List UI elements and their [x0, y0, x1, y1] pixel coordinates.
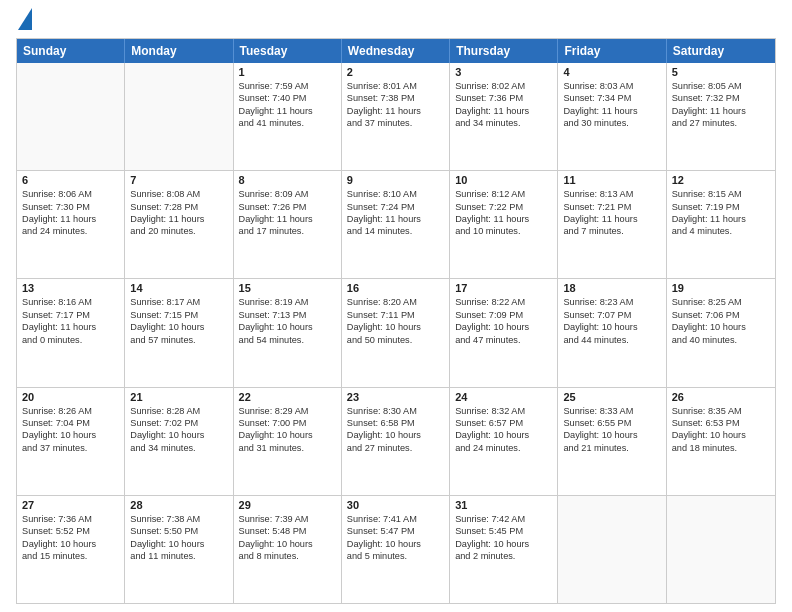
calendar-cell: [667, 496, 775, 603]
cell-info-line: Sunrise: 8:17 AM: [130, 296, 227, 308]
cell-info-line: Daylight: 11 hours: [455, 105, 552, 117]
logo: [16, 12, 32, 30]
cell-info-line: and 24 minutes.: [22, 225, 119, 237]
cell-info-line: Daylight: 10 hours: [130, 429, 227, 441]
cell-info-line: Sunset: 7:15 PM: [130, 309, 227, 321]
page-header: [16, 12, 776, 30]
cell-info-line: Sunset: 6:53 PM: [672, 417, 770, 429]
day-number: 14: [130, 282, 227, 294]
day-number: 17: [455, 282, 552, 294]
calendar-cell: 1Sunrise: 7:59 AMSunset: 7:40 PMDaylight…: [234, 63, 342, 170]
day-number: 27: [22, 499, 119, 511]
cell-info-line: Sunrise: 7:36 AM: [22, 513, 119, 525]
cell-info-line: Sunset: 7:13 PM: [239, 309, 336, 321]
day-number: 1: [239, 66, 336, 78]
calendar-cell: 12Sunrise: 8:15 AMSunset: 7:19 PMDayligh…: [667, 171, 775, 278]
calendar: SundayMondayTuesdayWednesdayThursdayFrid…: [16, 38, 776, 604]
cell-info-line: Daylight: 11 hours: [239, 105, 336, 117]
cell-info-line: Daylight: 11 hours: [563, 213, 660, 225]
calendar-cell: [17, 63, 125, 170]
calendar-cell: 21Sunrise: 8:28 AMSunset: 7:02 PMDayligh…: [125, 388, 233, 495]
cell-info-line: Daylight: 10 hours: [455, 321, 552, 333]
calendar-cell: 15Sunrise: 8:19 AMSunset: 7:13 PMDayligh…: [234, 279, 342, 386]
cell-info-line: and 54 minutes.: [239, 334, 336, 346]
cell-info-line: and 15 minutes.: [22, 550, 119, 562]
cell-info-line: and 37 minutes.: [22, 442, 119, 454]
cell-info-line: Sunrise: 7:59 AM: [239, 80, 336, 92]
calendar-row-1: 1Sunrise: 7:59 AMSunset: 7:40 PMDaylight…: [17, 63, 775, 170]
cell-info-line: Daylight: 11 hours: [672, 213, 770, 225]
cell-info-line: Daylight: 10 hours: [347, 429, 444, 441]
calendar-cell: 4Sunrise: 8:03 AMSunset: 7:34 PMDaylight…: [558, 63, 666, 170]
cell-info-line: Sunrise: 8:06 AM: [22, 188, 119, 200]
cell-info-line: Sunset: 7:40 PM: [239, 92, 336, 104]
cell-info-line: Sunset: 5:48 PM: [239, 525, 336, 537]
cell-info-line: Daylight: 10 hours: [563, 321, 660, 333]
cell-info-line: and 40 minutes.: [672, 334, 770, 346]
calendar-row-4: 20Sunrise: 8:26 AMSunset: 7:04 PMDayligh…: [17, 387, 775, 495]
cell-info-line: Daylight: 10 hours: [347, 538, 444, 550]
weekday-header-friday: Friday: [558, 39, 666, 63]
cell-info-line: and 20 minutes.: [130, 225, 227, 237]
cell-info-line: Sunset: 7:36 PM: [455, 92, 552, 104]
cell-info-line: and 2 minutes.: [455, 550, 552, 562]
cell-info-line: Sunset: 7:09 PM: [455, 309, 552, 321]
day-number: 9: [347, 174, 444, 186]
cell-info-line: Sunrise: 8:19 AM: [239, 296, 336, 308]
calendar-row-3: 13Sunrise: 8:16 AMSunset: 7:17 PMDayligh…: [17, 278, 775, 386]
cell-info-line: and 34 minutes.: [455, 117, 552, 129]
cell-info-line: Sunrise: 8:32 AM: [455, 405, 552, 417]
cell-info-line: Sunrise: 8:10 AM: [347, 188, 444, 200]
calendar-cell: 7Sunrise: 8:08 AMSunset: 7:28 PMDaylight…: [125, 171, 233, 278]
cell-info-line: Sunrise: 8:20 AM: [347, 296, 444, 308]
cell-info-line: Sunset: 6:57 PM: [455, 417, 552, 429]
day-number: 3: [455, 66, 552, 78]
cell-info-line: Sunrise: 7:41 AM: [347, 513, 444, 525]
day-number: 2: [347, 66, 444, 78]
cell-info-line: Sunset: 7:06 PM: [672, 309, 770, 321]
cell-info-line: Daylight: 11 hours: [239, 213, 336, 225]
calendar-cell: 25Sunrise: 8:33 AMSunset: 6:55 PMDayligh…: [558, 388, 666, 495]
calendar-cell: 13Sunrise: 8:16 AMSunset: 7:17 PMDayligh…: [17, 279, 125, 386]
cell-info-line: Daylight: 10 hours: [455, 538, 552, 550]
cell-info-line: Sunset: 7:24 PM: [347, 201, 444, 213]
day-number: 24: [455, 391, 552, 403]
calendar-cell: 30Sunrise: 7:41 AMSunset: 5:47 PMDayligh…: [342, 496, 450, 603]
day-number: 16: [347, 282, 444, 294]
cell-info-line: and 27 minutes.: [672, 117, 770, 129]
calendar-cell: 2Sunrise: 8:01 AMSunset: 7:38 PMDaylight…: [342, 63, 450, 170]
day-number: 31: [455, 499, 552, 511]
cell-info-line: Daylight: 10 hours: [672, 429, 770, 441]
cell-info-line: Sunrise: 8:16 AM: [22, 296, 119, 308]
cell-info-line: Sunset: 7:19 PM: [672, 201, 770, 213]
cell-info-line: and 34 minutes.: [130, 442, 227, 454]
cell-info-line: and 17 minutes.: [239, 225, 336, 237]
day-number: 8: [239, 174, 336, 186]
cell-info-line: Sunrise: 7:38 AM: [130, 513, 227, 525]
cell-info-line: Sunrise: 8:01 AM: [347, 80, 444, 92]
calendar-cell: 14Sunrise: 8:17 AMSunset: 7:15 PMDayligh…: [125, 279, 233, 386]
day-number: 4: [563, 66, 660, 78]
calendar-cell: 23Sunrise: 8:30 AMSunset: 6:58 PMDayligh…: [342, 388, 450, 495]
cell-info-line: and 24 minutes.: [455, 442, 552, 454]
cell-info-line: Daylight: 11 hours: [347, 213, 444, 225]
day-number: 20: [22, 391, 119, 403]
cell-info-line: Sunrise: 8:22 AM: [455, 296, 552, 308]
calendar-cell: 18Sunrise: 8:23 AMSunset: 7:07 PMDayligh…: [558, 279, 666, 386]
calendar-cell: [125, 63, 233, 170]
cell-info-line: Sunrise: 8:05 AM: [672, 80, 770, 92]
cell-info-line: and 37 minutes.: [347, 117, 444, 129]
cell-info-line: Sunrise: 8:15 AM: [672, 188, 770, 200]
cell-info-line: and 50 minutes.: [347, 334, 444, 346]
cell-info-line: Sunrise: 8:26 AM: [22, 405, 119, 417]
cell-info-line: Sunset: 7:07 PM: [563, 309, 660, 321]
calendar-cell: 6Sunrise: 8:06 AMSunset: 7:30 PMDaylight…: [17, 171, 125, 278]
calendar-cell: 9Sunrise: 8:10 AMSunset: 7:24 PMDaylight…: [342, 171, 450, 278]
cell-info-line: Sunset: 7:11 PM: [347, 309, 444, 321]
calendar-cell: 27Sunrise: 7:36 AMSunset: 5:52 PMDayligh…: [17, 496, 125, 603]
calendar-cell: 8Sunrise: 8:09 AMSunset: 7:26 PMDaylight…: [234, 171, 342, 278]
cell-info-line: Sunset: 7:28 PM: [130, 201, 227, 213]
cell-info-line: Daylight: 10 hours: [239, 429, 336, 441]
day-number: 23: [347, 391, 444, 403]
cell-info-line: Sunset: 7:04 PM: [22, 417, 119, 429]
